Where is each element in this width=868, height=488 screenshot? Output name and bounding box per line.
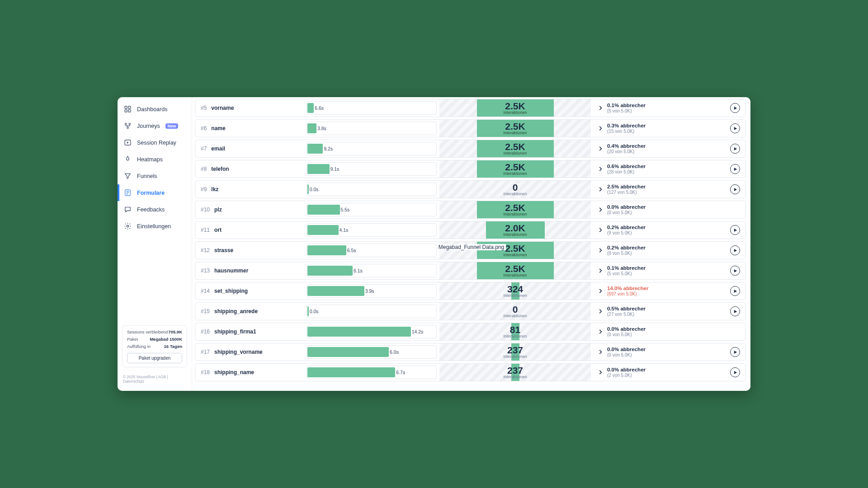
row-index: #10 xyxy=(201,206,210,213)
abbrecher-percent: 0.1% abbrecher xyxy=(607,265,646,271)
interaction-count: 2.5K xyxy=(505,203,525,212)
footer-links[interactable]: © 2025 Mouseflow | AGB | Datenschutz xyxy=(118,371,192,387)
abbrecher-cell[interactable]: 0.2% abbrecher (9 von 5.0K) xyxy=(591,221,725,239)
time-value: 9.1s xyxy=(330,166,339,172)
play-button[interactable] xyxy=(730,245,740,255)
svg-rect-2 xyxy=(125,110,127,112)
abbrecher-detail: (127 von 5.0K) xyxy=(607,190,646,196)
row-label: #8 telefon xyxy=(195,160,304,178)
time-cell: 14.2s xyxy=(304,323,439,340)
interactions-cell: 0Interaktionen xyxy=(439,181,591,198)
interactions-cell: 324Interaktionen xyxy=(439,282,591,300)
sidebar-item-label: Heatmaps xyxy=(137,156,163,163)
chevron-right-icon xyxy=(597,166,604,172)
time-value: 14.2s xyxy=(412,329,424,334)
sidebar-item-label: Feedbacks xyxy=(137,206,165,213)
abbrecher-cell[interactable]: 0.4% abbrecher (20 von 5.0K) xyxy=(591,140,725,157)
row-index: #11 xyxy=(201,227,210,233)
form-field-row: #8 telefon 9.1s 2.5KInteraktionen 0.6% a… xyxy=(195,160,746,178)
abbrecher-detail: (697 von 5.0K) xyxy=(607,291,648,297)
form-field-row: #14 set_shipping 3.9s 324Interaktionen 1… xyxy=(195,282,746,300)
play-button[interactable] xyxy=(730,184,740,194)
abbrecher-cell[interactable]: 0.5% abbrecher (27 von 5.0K) xyxy=(591,303,725,320)
upgrade-button[interactable]: Paket upgraden xyxy=(127,353,182,363)
file-caption: Megabad_Funnel Data.png xyxy=(437,244,506,250)
play-button[interactable] xyxy=(730,347,740,357)
abbrecher-percent: 0.2% abbrecher xyxy=(607,224,646,230)
sidebar-item-funnels[interactable]: Funnels xyxy=(118,168,192,184)
abbrecher-cell[interactable]: 2.5% abbrecher (127 von 5.0K) xyxy=(591,181,725,198)
interaction-sublabel: Interaktionen xyxy=(503,314,527,318)
form-field-row: #16 shipping_firma1 14.2s 81Interaktione… xyxy=(195,323,746,341)
abbrecher-cell[interactable]: 0.6% abbrecher (28 von 5.0K) xyxy=(591,160,725,178)
chevron-right-icon xyxy=(597,186,604,192)
abbrecher-cell[interactable]: 0.0% abbrecher (0 von 5.0K) xyxy=(591,343,725,361)
interaction-count: 81 xyxy=(510,325,520,334)
row-index: #15 xyxy=(201,308,210,314)
sidebar-item-heatmaps[interactable]: Heatmaps xyxy=(118,151,192,168)
interactions-cell: 2.0KInteraktionen xyxy=(439,221,591,239)
play-button[interactable] xyxy=(730,286,740,296)
abbrecher-detail: (0 von 5.0K) xyxy=(607,352,646,358)
sidebar-item-einstellungen[interactable]: Einstellungen xyxy=(118,218,192,235)
row-field-name: telefon xyxy=(211,166,229,172)
interaction-count: 2.5K xyxy=(505,142,525,151)
play-button[interactable] xyxy=(730,103,740,113)
row-label: #9 lkz xyxy=(195,181,304,198)
interaction-sublabel: Interaktionen xyxy=(503,131,527,135)
interactions-cell: 2.5KInteraktionen xyxy=(439,160,591,178)
svg-rect-1 xyxy=(128,106,131,108)
row-index: #12 xyxy=(201,247,210,253)
abbrecher-cell[interactable]: 0.2% abbrecher (8 von 5.0K) xyxy=(591,242,725,259)
play-button[interactable] xyxy=(730,225,740,235)
play-cell xyxy=(725,120,745,137)
row-index: #13 xyxy=(201,267,210,274)
play-button[interactable] xyxy=(730,306,740,316)
abbrecher-percent: 0.2% abbrecher xyxy=(607,244,646,251)
time-value: 6.6s xyxy=(315,105,324,111)
play-button[interactable] xyxy=(730,367,740,377)
sidebar-item-feedbacks[interactable]: Feedbacks xyxy=(118,201,192,218)
row-index: #14 xyxy=(201,288,210,294)
abbrecher-cell[interactable]: 0.0% abbrecher (2 von 5.0K) xyxy=(591,364,725,381)
time-bar: 6.5s xyxy=(307,244,437,257)
row-field-name: email xyxy=(211,145,225,152)
play-button[interactable] xyxy=(730,266,740,276)
interactions-cell: 2.5KInteraktionen xyxy=(439,262,591,279)
row-field-name: set_shipping xyxy=(214,288,248,294)
sidebar-item-journeys[interactable]: JourneysNew xyxy=(118,117,192,134)
chevron-right-icon xyxy=(597,308,604,314)
play-button[interactable] xyxy=(730,164,740,174)
time-cell: 9.2s xyxy=(304,140,439,157)
play-button[interactable] xyxy=(730,123,740,133)
play-button[interactable] xyxy=(730,144,740,154)
abbrecher-cell[interactable]: 0.0% abbrecher (0 von 5.0K) xyxy=(591,201,725,218)
time-cell: 6.0s xyxy=(304,343,439,361)
interactions-cell: 2.5KInteraktionen xyxy=(439,140,591,157)
abbrecher-cell[interactable]: 14.0% abbrecher (697 von 5.0K) xyxy=(591,282,725,300)
time-cell: 6.7s xyxy=(304,364,439,381)
abbrecher-detail: (9 von 5.0K) xyxy=(607,230,646,236)
abbrecher-cell[interactable]: 0.1% abbrecher (5 von 5.0K) xyxy=(591,99,725,117)
time-bar: 9.1s xyxy=(307,162,437,176)
sidebar: DashboardsJourneysNewSession ReplayHeatm… xyxy=(118,97,192,391)
heatmap-icon xyxy=(124,155,132,163)
abbrecher-cell[interactable]: 0.3% abbrecher (15 von 5.0K) xyxy=(591,120,725,137)
usage-paket-value: Megabad 1500K xyxy=(150,337,182,342)
abbrecher-cell[interactable]: 0.0% abbrecher (0 von 5.0K) xyxy=(591,323,725,340)
time-bar: 0.0s xyxy=(307,183,437,196)
abbrecher-cell[interactable]: 0.1% abbrecher (5 von 5.0K) xyxy=(591,262,725,279)
sidebar-item-formulare[interactable]: Formulare xyxy=(118,184,192,201)
sidebar-item-session-replay[interactable]: Session Replay xyxy=(118,134,192,151)
svg-rect-3 xyxy=(128,110,131,112)
interaction-count: 2.5K xyxy=(505,244,525,253)
abbrecher-detail: (0 von 5.0K) xyxy=(607,210,646,216)
time-bar: 6.0s xyxy=(307,345,437,359)
row-label: #17 shipping_vorname xyxy=(195,343,304,361)
chevron-right-icon xyxy=(597,206,604,213)
sidebar-item-dashboards[interactable]: Dashboards xyxy=(118,101,192,117)
main-content: Megabad_Funnel Data.png #5 vorname 6.6s … xyxy=(192,97,750,391)
abbrecher-detail: (28 von 5.0K) xyxy=(607,169,646,175)
row-field-name: shipping_anrede xyxy=(214,308,258,314)
time-bar: 3.8s xyxy=(307,122,437,135)
